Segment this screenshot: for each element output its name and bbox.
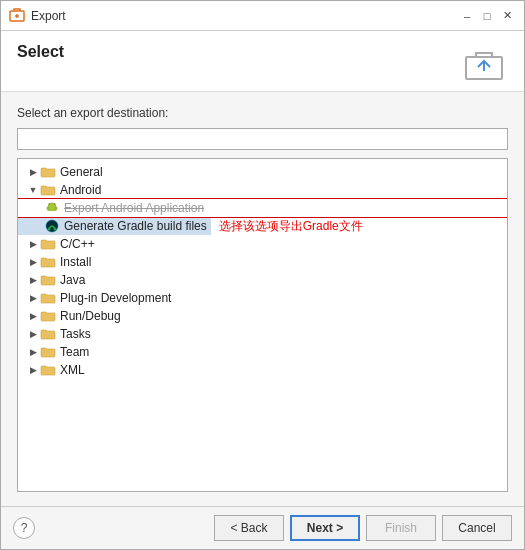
tree-row-gradle: Generate Gradle build files 选择该选项导出Gradl… — [18, 217, 507, 235]
close-button[interactable]: ✕ — [498, 7, 516, 25]
tree-item-cpp[interactable]: ▶ C/C++ — [18, 235, 507, 253]
folder-icon-cpp — [40, 237, 56, 251]
window-icon — [9, 8, 25, 24]
tree-item-generate-gradle[interactable]: Generate Gradle build files — [18, 217, 211, 235]
tree-arrow-tasks: ▶ — [26, 327, 40, 341]
window-controls: – □ ✕ — [458, 7, 516, 25]
help-button[interactable]: ? — [13, 517, 35, 539]
tree-label-xml: XML — [60, 363, 85, 377]
folder-icon-xml — [40, 363, 56, 377]
tree-label-plugin-dev: Plug-in Development — [60, 291, 171, 305]
gradle-icon — [44, 219, 60, 233]
tree-label-generate-gradle: Generate Gradle build files — [64, 219, 207, 233]
svg-point-10 — [48, 228, 51, 231]
help-icon: ? — [21, 521, 28, 535]
tree-item-export-android[interactable]: Export Android Application — [18, 199, 507, 217]
tree-item-run-debug[interactable]: ▶ Run/Debug — [18, 307, 507, 325]
tree-label-android: Android — [60, 183, 101, 197]
dialog-content: Select an export destination: ▶ General … — [1, 92, 524, 506]
folder-icon-general — [40, 165, 56, 179]
tree-item-java[interactable]: ▶ Java — [18, 271, 507, 289]
back-button[interactable]: < Back — [214, 515, 284, 541]
tree-arrow-plugin-dev: ▶ — [26, 291, 40, 305]
minimize-button[interactable]: – — [458, 7, 476, 25]
tree-arrow-xml: ▶ — [26, 363, 40, 377]
tree-label-java: Java — [60, 273, 85, 287]
cancel-button[interactable]: Cancel — [442, 515, 512, 541]
tree-label-tasks: Tasks — [60, 327, 91, 341]
folder-icon-run-debug — [40, 309, 56, 323]
tree-item-team[interactable]: ▶ Team — [18, 343, 507, 361]
tree-item-tasks[interactable]: ▶ Tasks — [18, 325, 507, 343]
tree-arrow-team: ▶ — [26, 345, 40, 359]
svg-rect-7 — [55, 207, 57, 210]
tree-label-install: Install — [60, 255, 91, 269]
folder-icon-team — [40, 345, 56, 359]
window-title: Export — [31, 9, 452, 23]
folder-icon-tasks — [40, 327, 56, 341]
search-input[interactable] — [17, 128, 508, 150]
dialog-footer: ? < Back Next > Finish Cancel — [1, 506, 524, 549]
tree-item-xml[interactable]: ▶ XML — [18, 361, 507, 379]
tree-label-run-debug: Run/Debug — [60, 309, 121, 323]
folder-icon-android — [40, 183, 56, 197]
folder-icon-install — [40, 255, 56, 269]
svg-rect-6 — [47, 207, 49, 210]
page-title: Select — [17, 43, 64, 61]
svg-point-9 — [54, 228, 57, 231]
tree-item-install[interactable]: ▶ Install — [18, 253, 507, 271]
tree-item-general[interactable]: ▶ General — [18, 163, 507, 181]
android-app-icon — [44, 201, 60, 215]
export-dialog: Export – □ ✕ Select Select an export des… — [0, 0, 525, 550]
tree-arrow-java: ▶ — [26, 273, 40, 287]
tree-label-general: General — [60, 165, 103, 179]
tree-arrow-cpp: ▶ — [26, 237, 40, 251]
tree-item-android[interactable]: ▼ Android — [18, 181, 507, 199]
tree-arrow-general: ▶ — [26, 165, 40, 179]
title-bar: Export – □ ✕ — [1, 1, 524, 31]
tree-item-plugin-dev[interactable]: ▶ Plug-in Development — [18, 289, 507, 307]
upload-icon — [460, 43, 508, 83]
tree-label-cpp: C/C++ — [60, 237, 95, 251]
export-tree[interactable]: ▶ General ▼ Android — [17, 158, 508, 492]
tree-arrow-run-debug: ▶ — [26, 309, 40, 323]
tree-arrow-android: ▼ — [26, 183, 40, 197]
maximize-button[interactable]: □ — [478, 7, 496, 25]
tree-arrow-install: ▶ — [26, 255, 40, 269]
next-button[interactable]: Next > — [290, 515, 360, 541]
destination-label: Select an export destination: — [17, 106, 508, 120]
tree-label-export-android: Export Android Application — [64, 201, 204, 215]
folder-icon-java — [40, 273, 56, 287]
finish-button[interactable]: Finish — [366, 515, 436, 541]
dialog-header: Select — [1, 31, 524, 92]
folder-icon-plugin-dev — [40, 291, 56, 305]
tree-label-team: Team — [60, 345, 89, 359]
annotation-text: 选择该选项导出Gradle文件 — [219, 218, 363, 235]
